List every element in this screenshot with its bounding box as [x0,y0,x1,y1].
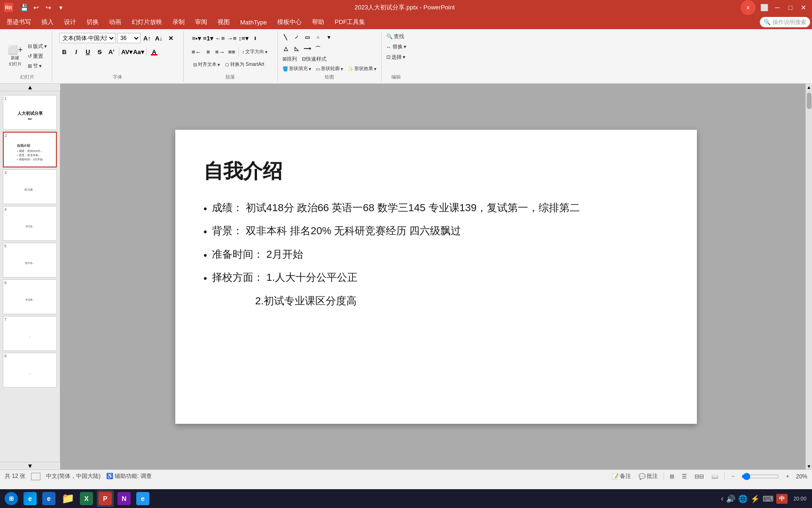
menu-animation[interactable]: 动画 [104,16,126,28]
redo-button[interactable]: ↪ [43,2,54,13]
slide-thumb-1[interactable]: 1 人大初试分享 Rit [3,95,57,130]
tray-chevron[interactable]: ‹ [721,494,723,503]
decrease-font-button[interactable]: A↓ [154,33,164,43]
shape-fill-button[interactable]: 🪣 形状填充▾ [281,64,313,73]
ellipse-tool[interactable]: ○ [313,32,323,42]
text-direction-button[interactable]: ↕ 文字方向▾ [240,48,269,56]
language-indicator[interactable]: 中文(简体，中国大陆) [46,472,101,480]
menu-design[interactable]: 设计 [59,16,81,28]
view-normal-button[interactable]: ⊞ [668,473,676,480]
zoom-slider[interactable] [742,473,779,480]
columns-button[interactable]: ⫿ [250,36,260,40]
line-tool[interactable]: ╲ [281,32,291,42]
shape-outline-button[interactable]: ▭ 形状轮廓▾ [314,64,345,73]
quick-access-more[interactable]: ▾ [55,2,66,13]
menu-transition[interactable]: 切换 [82,16,103,28]
menu-mathtype[interactable]: MathType [235,17,272,28]
more-shapes[interactable]: ▾ [324,32,334,42]
slide-content[interactable]: • 成绩： 初试418分 政治66 英语一68 数学三145 专业课139，复试… [203,198,669,310]
scroll-down-button[interactable]: ▼ [0,462,60,469]
layout-button[interactable]: ⊟ 版式▾ [26,42,49,51]
zoom-out-button[interactable]: － [728,472,738,481]
strikethrough-button[interactable]: S [94,47,105,57]
scroll-thumb[interactable] [807,93,812,109]
taskbar-start[interactable]: ⊞ [3,490,20,507]
close-button[interactable]: ✕ [799,3,808,12]
taskbar-powerpoint[interactable]: P [97,490,114,507]
find-button[interactable]: 🔍 查找 [384,32,408,41]
smartart-button[interactable]: ⬡ 转换为 SmartArt [223,60,266,69]
slide-thumb-6[interactable]: 6 专业课... [3,279,57,314]
undo-button[interactable]: ↩ [31,2,41,13]
line2-tool[interactable]: ⟋ [291,32,302,42]
text-shadow-button[interactable]: A' [106,47,117,57]
rtriangle-tool[interactable]: ◺ [291,43,302,54]
align-right-button[interactable]: ≡→ [215,47,225,57]
shape-effect-button[interactable]: ✨ 形状效果▾ [346,64,378,73]
align-left-button[interactable]: ≡← [191,47,202,57]
ribbon-toggle[interactable]: ⬜ [759,3,769,12]
menu-insert[interactable]: 插入 [37,16,58,28]
menu-ink[interactable]: 墨迹书写 [2,16,36,28]
line-spacing-button[interactable]: ↕≡▾ [238,33,249,43]
slide-thumb-5[interactable]: 5 数学篇... [3,243,57,278]
font-name-select[interactable]: 文本(简体·中国大陆) [59,33,116,43]
new-slide-button[interactable]: ⬜+ 新建 幻灯片 [6,44,25,69]
taskbar-onenote[interactable]: N [116,490,133,507]
tray-audio[interactable]: 🔊 [726,494,735,503]
taskbar-ie[interactable]: e [40,490,57,507]
menu-help[interactable]: 帮助 [307,16,329,28]
accessibility-indicator[interactable]: ♿ 辅助功能: 调查 [106,472,152,480]
bold-button[interactable]: B [59,47,70,57]
align-text-button[interactable]: ⊟ 对齐文本▾ [191,60,222,69]
bullets-button[interactable]: ≡•▾ [191,33,202,43]
view-sorter-button[interactable]: ⊟⊟ [693,473,706,480]
numbering-button[interactable]: ≡1▾ [203,33,213,43]
slide-canvas[interactable]: 自我介绍 • 成绩： 初试418分 政治66 英语一68 数学三145 专业课1… [175,130,697,424]
user-avatar[interactable]: x [741,0,756,15]
tray-battery[interactable]: ⚡ [750,494,760,503]
menu-review[interactable]: 审阅 [190,16,212,28]
underline-button[interactable]: U [83,47,93,57]
decrease-indent-button[interactable]: ←≡ [215,33,225,43]
rect-tool[interactable]: ▭ [302,32,312,42]
curve-tool[interactable]: ⌒ [313,43,323,54]
slide-thumb-4[interactable]: 4 英语篇... [3,206,57,241]
menu-slideshow[interactable]: 幻灯片放映 [127,16,167,28]
search-box[interactable]: 🔍 操作说明搜索 [760,17,810,27]
taskbar-app2[interactable]: e [134,490,151,507]
section-button[interactable]: ⊞ 节▾ [26,62,49,71]
slide-thumb-2[interactable]: 2 自我介绍 • 成绩：初试418分... • 背景：双非本科... • 准备时… [3,132,57,167]
view-reading-button[interactable]: 📖 [710,473,720,480]
taskbar-folder[interactable]: 📁 [59,490,76,507]
font-color-button[interactable]: A [149,47,159,57]
maximize-button[interactable]: □ [786,3,795,12]
char-spacing-button[interactable]: AV▾ [122,47,132,57]
triangle-tool[interactable]: △ [281,43,291,54]
change-case-button[interactable]: Aa▾ [133,47,144,57]
scroll-up-button[interactable]: ▲ [0,84,60,91]
arrow-tool[interactable]: ⟶ [302,43,312,54]
canvas-scroll-up[interactable]: ▲ [806,84,812,90]
menu-pdf[interactable]: PDF工具集 [330,16,370,28]
italic-button[interactable]: I [71,47,81,57]
menu-template[interactable]: 模板中心 [273,16,306,28]
menu-view[interactable]: 视图 [213,16,234,28]
slide-thumb-7[interactable]: 7 ... [3,316,57,351]
taskbar-edge[interactable]: e [22,490,39,507]
increase-indent-button[interactable]: →≡ [226,33,237,43]
quick-styles-button[interactable]: ⊟ 快速样式 [300,55,328,64]
replace-button[interactable]: ↔ 替换▾ [384,42,408,51]
zoom-in-button[interactable]: ＋ [783,472,792,481]
slide-thumb-8[interactable]: 8 ... [3,353,57,388]
slide-thumb-3[interactable]: 3 政治篇... [3,169,57,204]
tray-keyboard[interactable]: ⌨ [763,494,773,503]
font-size-select[interactable]: 36 [117,33,141,43]
select-button[interactable]: ⊡ 选择▾ [384,53,408,62]
increase-font-button[interactable]: A↑ [142,33,152,43]
minimize-button[interactable]: ─ [773,3,782,12]
clock[interactable]: 20:00 [790,496,809,501]
arrange-button[interactable]: ⊞ 排列 [281,55,299,64]
center-button[interactable]: ≡ [203,47,213,57]
notes-button[interactable]: 📝 备注 [610,472,633,481]
